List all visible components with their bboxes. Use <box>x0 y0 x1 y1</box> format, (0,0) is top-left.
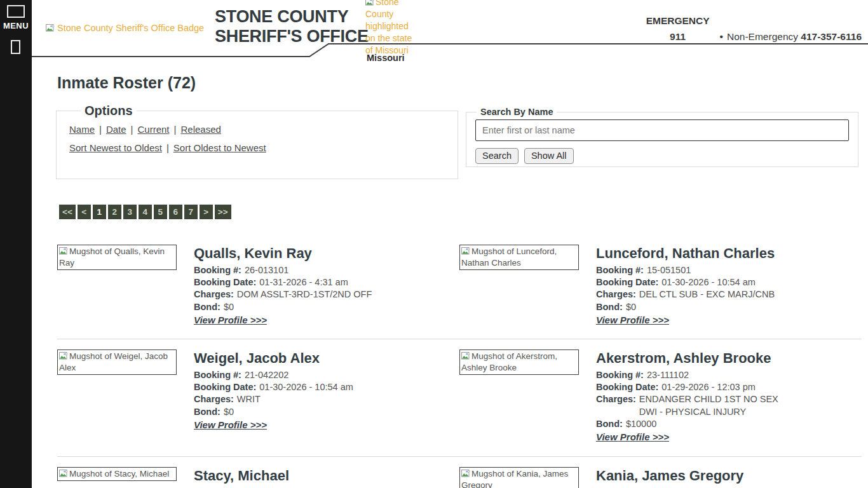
page-button-1[interactable]: 1 <box>93 205 106 219</box>
inmate-info: Lunceford, Nathan CharlesBooking #:15-05… <box>596 245 837 326</box>
inmate-detail-row: Bond:$0 <box>596 301 837 313</box>
inmate-card: Mugshot of Weigel, Jacob AlexWeigel, Jac… <box>57 349 438 431</box>
menu-label[interactable]: MENU <box>0 21 32 30</box>
inmate-name-link[interactable]: Akerstrom, Ashley Brooke <box>596 349 837 367</box>
sheriff-badge-image-broken[interactable]: Stone County Sheriff's Office Badge <box>46 23 204 33</box>
filter-link-name[interactable]: Name <box>69 124 95 135</box>
emergency-number: 911 <box>670 31 686 43</box>
mugshot-image-broken[interactable]: Mugshot of Qualls, Kevin Ray <box>57 245 177 270</box>
inmate-detail-row: Booking Date:01-31-2026 - 4:31 am <box>194 276 435 288</box>
detail-label: Charges: <box>194 288 234 301</box>
detail-label: Bond: <box>596 418 623 430</box>
inmate-name-link[interactable]: Qualls, Kevin Ray <box>194 245 435 262</box>
detail-label: Charges: <box>596 393 636 417</box>
detail-label: Bond: <box>194 301 220 313</box>
options-panel: Options Name|Date|Current|Released Sort … <box>56 104 458 179</box>
detail-value: 01-30-2026 - 10:54 am <box>259 381 353 393</box>
mugshot-image-broken[interactable]: Mugshot of Akerstrom, Ashley Brooke <box>459 349 579 375</box>
detail-value: $0 <box>626 301 636 313</box>
inmate-detail-row: Booking Date:01-29-2026 - 12:03 pm <box>596 381 837 393</box>
mugshot-image-broken[interactable]: Mugshot of Kania, James Gregory <box>459 467 579 488</box>
page-button-4[interactable]: 4 <box>139 205 152 219</box>
sort-link-sort-newest-to-oldest[interactable]: Sort Newest to Oldest <box>69 142 162 153</box>
mugshot-alt-text: Mugshot of Weigel, Jacob Alex <box>59 351 168 372</box>
inmate-detail-row: Booking #:15-051501 <box>596 264 837 276</box>
missouri-map-image-broken: Stone County highlighted on the state of… <box>365 0 420 57</box>
page-button-2[interactable]: 2 <box>108 205 121 219</box>
filter-link-date[interactable]: Date <box>106 124 126 135</box>
page-button-prevprev[interactable]: << <box>59 205 76 219</box>
view-profile-link[interactable]: View Profile >>> <box>194 419 267 430</box>
main-content: Inmate Roster (72) Options Name|Date|Cur… <box>32 0 868 488</box>
inmate-card: Mugshot of Lunceford, Nathan CharlesLunc… <box>459 245 841 326</box>
search-panel: Search By Name Search Show All <box>466 107 858 167</box>
site-title[interactable]: STONE COUNTY SHERIFF'S OFFICE <box>215 7 369 46</box>
sort-links: Sort Newest to Oldest|Sort Oldest to New… <box>69 142 458 153</box>
inmate-name-link[interactable]: Lunceford, Nathan Charles <box>596 245 837 262</box>
filter-link-released[interactable]: Released <box>180 124 220 135</box>
detail-value: 21-042202 <box>245 369 288 381</box>
inmate-name-link[interactable]: Kania, James Gregory <box>596 467 837 484</box>
page-button-prev[interactable]: < <box>78 205 91 219</box>
pipe-separator: | <box>131 124 133 135</box>
inmate-card: Mugshot of Qualls, Kevin RayQualls, Kevi… <box>57 245 438 326</box>
broken-image-icon <box>461 352 470 360</box>
broken-image-icon <box>59 470 68 477</box>
non-emergency-number: 417-357-6116 <box>801 31 862 42</box>
inmate-detail-row: Bond:$10000 <box>596 418 837 430</box>
non-emergency-label: Non-Emergency <box>727 31 798 42</box>
pipe-separator: | <box>174 124 177 135</box>
mugshot-alt-text: Mugshot of Lunceford, Nathan Charles <box>461 247 557 268</box>
site-title-line2: SHERIFF'S OFFICE <box>215 27 369 46</box>
mugshot-alt-text: Mugshot of Stacy, Michael <box>69 469 169 478</box>
inmate-detail-row: Booking Date:01-30-2026 - 10:54 am <box>194 381 435 393</box>
broken-image-icon <box>461 470 470 477</box>
filter-link-current[interactable]: Current <box>138 124 170 135</box>
page-button-3[interactable]: 3 <box>123 205 137 219</box>
inmate-detail-row: Charges:DEL CTL SUB - EXC MARJ/CNB <box>596 288 837 301</box>
page-button-next[interactable]: > <box>200 205 213 219</box>
inmate-detail-row: Booking #:23-111102 <box>596 369 837 381</box>
detail-label: Booking #: <box>194 264 241 276</box>
options-legend: Options <box>81 104 137 118</box>
search-legend: Search By Name <box>477 107 557 117</box>
mugshot-image-broken[interactable]: Mugshot of Stacy, Michael <box>57 467 177 481</box>
detail-value: 15-051501 <box>647 264 691 276</box>
inmate-name-link[interactable]: Stacy, Michael <box>194 467 435 484</box>
detail-value: WRIT <box>237 393 261 405</box>
inmate-detail-row: Charges:DOM ASSLT-3RD-1ST/2ND OFF <box>194 288 435 301</box>
pipe-separator: | <box>99 124 102 135</box>
search-input[interactable] <box>475 119 849 141</box>
detail-value: 23-111102 <box>647 369 689 381</box>
mugshot-alt-text: Mugshot of Kania, James Gregory <box>461 469 568 488</box>
show-all-button[interactable]: Show All <box>524 148 574 164</box>
mugshot-image-broken[interactable]: Mugshot of Lunceford, Nathan Charles <box>459 245 579 270</box>
view-profile-link[interactable]: View Profile >>> <box>194 315 267 325</box>
detail-value: DEL CTL SUB - EXC MARJ/CNB <box>639 288 775 301</box>
sort-link-sort-oldest-to-newest[interactable]: Sort Oldest to Newest <box>173 142 266 153</box>
detail-label: Charges: <box>194 393 234 405</box>
view-profile-link[interactable]: View Profile >>> <box>596 315 669 325</box>
inmate-detail-row: Bond:$0 <box>194 406 435 418</box>
broken-image-icon <box>59 247 68 255</box>
broken-image-icon <box>365 0 374 6</box>
map-caption: Missouri <box>367 53 405 63</box>
detail-value: $10000 <box>626 418 656 430</box>
inmate-card: Mugshot of Kania, James GregoryKania, Ja… <box>459 467 841 488</box>
inmate-name-link[interactable]: Weigel, Jacob Alex <box>194 349 435 367</box>
page-button-6[interactable]: 6 <box>169 205 182 219</box>
broken-image-icon <box>461 247 470 255</box>
inmate-detail-row: Booking #:21-042202 <box>194 369 435 381</box>
mugshot-image-broken[interactable]: Mugshot of Weigel, Jacob Alex <box>57 349 177 375</box>
page-button-nextnext[interactable]: >> <box>215 205 231 219</box>
emergency-contact-block: EMERGENCY 911 •Non-Emergency 417-357-611… <box>646 15 862 43</box>
page-button-5[interactable]: 5 <box>154 205 167 219</box>
detail-label: Booking Date: <box>596 276 658 288</box>
hamburger-menu-icon[interactable] <box>7 5 25 18</box>
view-profile-link[interactable]: View Profile >>> <box>596 431 669 442</box>
sidebar-glyph-icon[interactable] <box>11 40 20 54</box>
search-button[interactable]: Search <box>475 148 519 164</box>
detail-value: $0 <box>224 301 234 313</box>
inmate-detail-row: Booking Date:01-30-2026 - 10:54 am <box>596 276 837 288</box>
page-button-7[interactable]: 7 <box>184 205 198 219</box>
